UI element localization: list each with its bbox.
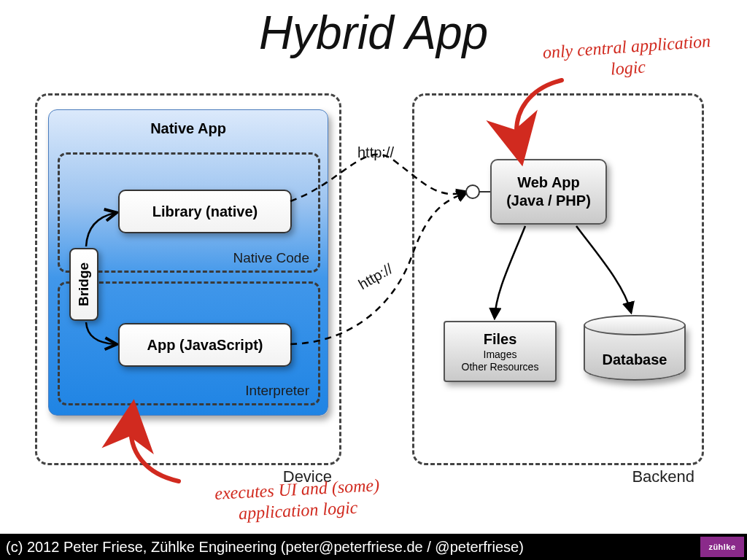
native-code-label: Native Code bbox=[233, 250, 309, 266]
files-title: Files bbox=[484, 330, 517, 349]
database-block: Database bbox=[584, 315, 686, 388]
files-sub2: Other Resources bbox=[462, 361, 539, 373]
zuhlke-logo: zühlke bbox=[700, 537, 744, 557]
backend-container: Backend bbox=[412, 93, 704, 465]
files-block: Files Images Other Resources bbox=[444, 321, 557, 382]
app-javascript-block: App (JavaScript) bbox=[118, 323, 292, 367]
native-app-title: Native App bbox=[49, 120, 328, 137]
backend-label: Backend bbox=[632, 467, 694, 486]
webapp-line2: (Java / PHP) bbox=[506, 192, 591, 210]
interpreter-label: Interpreter bbox=[245, 383, 309, 399]
database-label: Database bbox=[584, 351, 686, 368]
files-sub1: Images bbox=[484, 349, 517, 361]
http-label-1: http:// bbox=[357, 144, 394, 161]
database-top-ellipse bbox=[584, 315, 686, 335]
web-app-block: Web App (Java / PHP) bbox=[490, 159, 607, 225]
annotation-bottom: executes UI and (some) application logic bbox=[173, 472, 423, 527]
bridge-block: Bridge bbox=[69, 248, 98, 321]
library-native-block: Library (native) bbox=[118, 190, 292, 233]
http-label-2: http:// bbox=[356, 260, 396, 293]
footer-copyright: (c) 2012 Peter Friese, Zühlke Engineerin… bbox=[0, 534, 747, 560]
webapp-line1: Web App bbox=[517, 174, 580, 192]
bridge-label: Bridge bbox=[76, 262, 92, 306]
